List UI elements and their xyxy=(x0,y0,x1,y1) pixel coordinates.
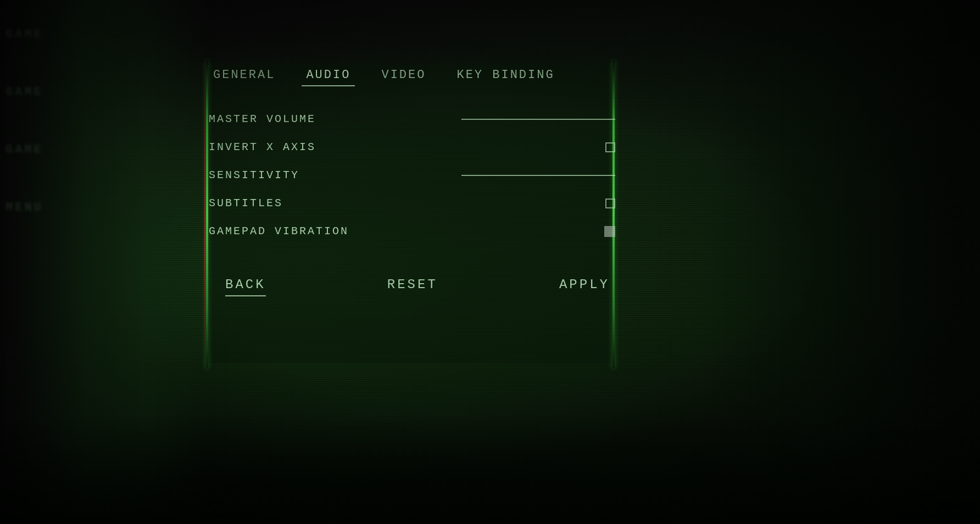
left-menu: GAME GAME GAME MENU xyxy=(5,27,43,214)
setting-row-subtitles: SUBTITLES xyxy=(209,189,626,217)
tab-bar: GENERAL AUDIO VIDEO KEY BINDING xyxy=(209,66,626,89)
back-button[interactable]: BACK xyxy=(214,273,277,296)
setting-row-sensitivity: SENSITIVITY xyxy=(209,161,626,189)
tab-keybinding[interactable]: KEY BINDING xyxy=(452,66,559,84)
settings-panel: GENERAL AUDIO VIDEO KEY BINDING MASTER V… xyxy=(209,66,626,352)
gamepad-vibration-toggle[interactable] xyxy=(604,226,615,237)
sensitivity-control xyxy=(412,175,626,176)
tab-video[interactable]: VIDEO xyxy=(377,66,430,84)
setting-row-gamepad-vibration: GAMEPAD VIBRATION xyxy=(209,217,626,245)
subtitles-checkbox[interactable] xyxy=(605,198,615,208)
gamepad-vibration-control xyxy=(412,226,626,237)
red-bar-accent xyxy=(204,71,205,357)
left-menu-item-3: GAME xyxy=(5,143,43,157)
apply-button[interactable]: APPLY xyxy=(548,273,621,296)
setting-row-master-volume: MASTER VOLUME xyxy=(209,105,626,133)
bg-bottom xyxy=(0,414,980,524)
subtitles-control xyxy=(412,198,626,208)
gamepad-vibration-label: GAMEPAD VIBRATION xyxy=(209,225,412,238)
reset-button[interactable]: RESET xyxy=(376,273,449,296)
settings-content: MASTER VOLUME INVERT X AXIS SENSITIVITY xyxy=(209,105,626,245)
sensitivity-label: SENSITIVITY xyxy=(209,169,412,181)
master-volume-slider[interactable] xyxy=(461,119,615,120)
master-volume-control xyxy=(412,119,626,120)
subtitles-label: SUBTITLES xyxy=(209,197,412,209)
tab-audio[interactable]: AUDIO xyxy=(302,66,355,84)
left-menu-item-2: GAME xyxy=(5,85,43,99)
invert-x-axis-checkbox[interactable] xyxy=(605,142,615,152)
setting-row-invert-x-axis: INVERT X AXIS xyxy=(209,133,626,161)
left-menu-item-4: MENU xyxy=(5,201,43,214)
tab-general[interactable]: GENERAL xyxy=(209,66,280,84)
left-menu-item-1: GAME xyxy=(5,27,43,41)
invert-x-axis-label: INVERT X AXIS xyxy=(209,141,412,153)
invert-x-axis-control xyxy=(412,142,626,152)
sensitivity-slider[interactable] xyxy=(461,175,615,176)
master-volume-label: MASTER VOLUME xyxy=(209,113,412,125)
green-bar-left xyxy=(206,60,208,368)
bottom-buttons: BACK RESET APPLY xyxy=(209,273,626,296)
